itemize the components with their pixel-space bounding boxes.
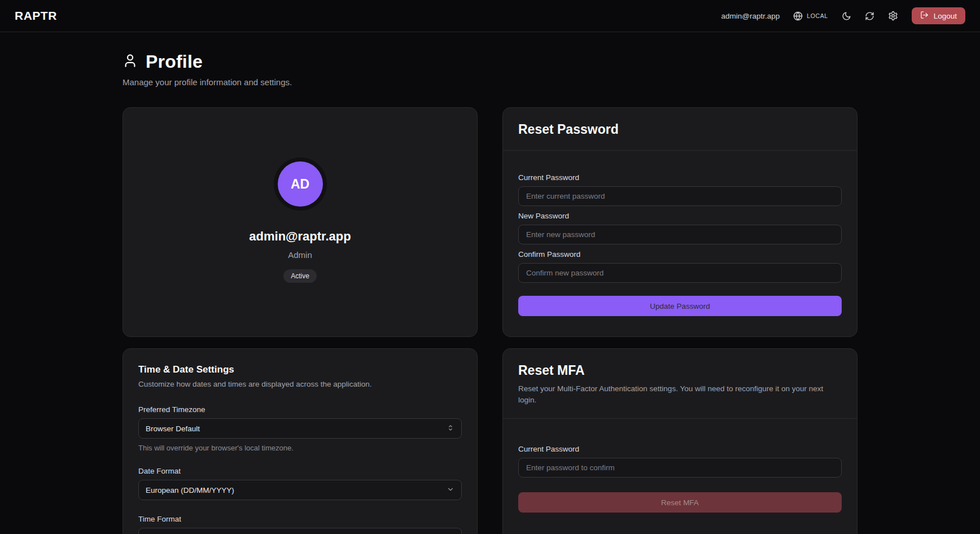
current-password-input[interactable] [518, 186, 842, 206]
date-format-field: Date Format European (DD/MM/YYYY) [138, 467, 462, 500]
chevron-down-icon [447, 485, 454, 495]
timezone-field: Preferred Timezone Browser Default This … [138, 405, 462, 452]
main-content: Profile Manage your profile information … [123, 32, 858, 534]
mfa-password-field: Current Password [518, 445, 842, 478]
timezone-help-text: This will override your browser's local … [138, 444, 462, 452]
refresh-button[interactable] [865, 11, 874, 21]
reset-password-header: Reset Password [503, 108, 857, 151]
globe-icon [793, 11, 803, 21]
refresh-icon [865, 11, 874, 21]
time-format-field: Time Format 24-hour [138, 515, 462, 534]
current-password-field: Current Password [518, 173, 842, 206]
time-date-settings-card: Time & Date Settings Customize how dates… [123, 348, 478, 534]
reset-mfa-description: Reset your Multi-Factor Authentication s… [518, 383, 842, 405]
timezone-select[interactable]: Browser Default [138, 418, 462, 439]
top-nav: RAPTR admin@raptr.app LOCAL [0, 0, 980, 32]
new-password-field: New Password [518, 212, 842, 244]
timezone-label: Preferred Timezone [138, 405, 462, 414]
new-password-label: New Password [518, 212, 842, 220]
date-format-select[interactable]: European (DD/MM/YYYY) [138, 480, 462, 500]
profile-email: admin@raptr.app [249, 229, 351, 244]
current-password-label: Current Password [518, 173, 842, 182]
time-date-subtitle: Customize how dates and times are displa… [138, 380, 462, 388]
update-password-button[interactable]: Update Password [518, 296, 842, 316]
theme-toggle-button[interactable] [842, 11, 851, 21]
page-subtitle: Manage your profile information and sett… [123, 77, 858, 87]
mfa-password-label: Current Password [518, 445, 842, 453]
reset-mfa-header: Reset MFA Reset your Multi-Factor Authen… [503, 349, 857, 419]
gear-icon [888, 11, 898, 21]
time-date-title: Time & Date Settings [138, 364, 462, 375]
nav-right: admin@raptr.app LOCAL [721, 7, 966, 24]
confirm-password-field: Confirm Password [518, 250, 842, 283]
profile-summary-card: AD admin@raptr.app Admin Active [123, 107, 478, 337]
logout-label: Logout [934, 12, 957, 20]
moon-icon [842, 11, 851, 21]
reset-mfa-button[interactable]: Reset MFA [518, 492, 842, 513]
time-format-label: Time Format [138, 515, 462, 523]
date-format-selected-value: European (DD/MM/YYYY) [146, 486, 234, 494]
chevrons-up-down-icon [447, 424, 454, 434]
profile-role: Admin [288, 250, 312, 260]
logout-button[interactable]: Logout [912, 7, 965, 24]
reset-mfa-body: Current Password Reset MFA [503, 419, 857, 533]
status-badge: Active [283, 269, 317, 283]
brand-logo[interactable]: RAPTR [15, 9, 57, 23]
user-icon [123, 53, 138, 71]
environment-indicator: LOCAL [793, 11, 828, 21]
reset-mfa-card: Reset MFA Reset your Multi-Factor Authen… [502, 348, 858, 534]
mfa-password-input[interactable] [518, 458, 842, 478]
cards-grid: AD admin@raptr.app Admin Active Reset Pa… [123, 107, 858, 534]
reset-mfa-title: Reset MFA [518, 363, 842, 378]
settings-button[interactable] [888, 11, 898, 21]
environment-label: LOCAL [807, 12, 828, 19]
time-format-select[interactable]: 24-hour [138, 528, 462, 534]
confirm-password-label: Confirm Password [518, 250, 842, 259]
app-window: RAPTR admin@raptr.app LOCAL [0, 0, 980, 534]
avatar: AD [278, 161, 323, 207]
reset-password-card: Reset Password Current Password New Pass… [502, 107, 858, 337]
reset-password-title: Reset Password [518, 122, 842, 137]
confirm-password-input[interactable] [518, 263, 842, 283]
reset-password-body: Current Password New Password Confirm Pa… [503, 151, 857, 336]
logout-icon [920, 11, 929, 21]
date-format-label: Date Format [138, 467, 462, 475]
page-title: Profile [146, 51, 203, 72]
new-password-input[interactable] [518, 225, 842, 244]
user-email: admin@raptr.app [721, 12, 780, 20]
page-header: Profile [123, 51, 858, 72]
timezone-selected-value: Browser Default [146, 424, 200, 433]
